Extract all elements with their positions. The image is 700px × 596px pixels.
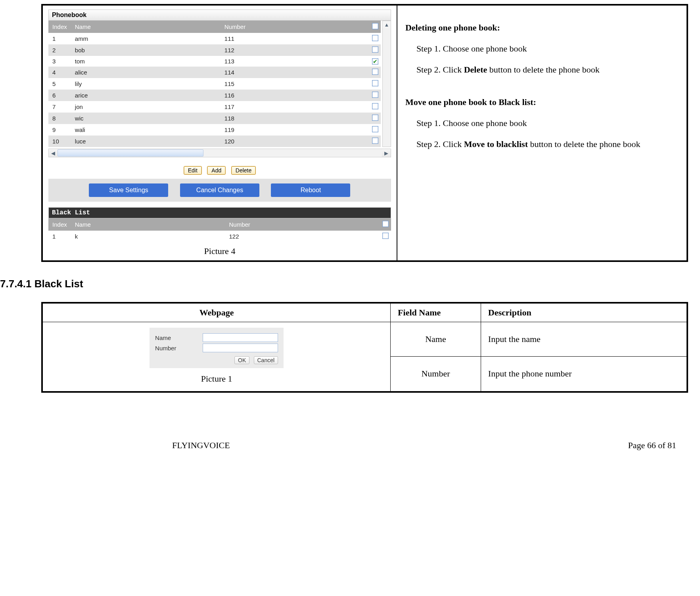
def-webpage-cell: Name Number OK Cancel Picture 1: [42, 322, 391, 392]
table-row: 6 arice 116: [48, 90, 381, 101]
delete-step1: Step 1. Choose one phone book: [405, 38, 679, 59]
checkbox-icon[interactable]: [372, 58, 378, 65]
table-row: 10 luce 120: [48, 136, 381, 147]
reboot-button[interactable]: Reboot: [271, 183, 350, 197]
page-footer: FLYINGVOICE Page 66 of 81: [0, 440, 688, 451]
checkbox-icon[interactable]: [382, 233, 389, 239]
table-row: 2 bob 112: [48, 44, 381, 56]
scroll-thumb[interactable]: [58, 149, 203, 157]
phonebook-th-check: [367, 21, 381, 33]
form-name-input[interactable]: [203, 333, 278, 342]
blacklist-definition-table: Webpage Field Name Description Name Numb…: [41, 302, 688, 393]
scroll-track[interactable]: [383, 29, 391, 147]
section-heading: 7.7.4.1 Black List: [0, 278, 688, 290]
scroll-up-icon[interactable]: ▲: [384, 21, 389, 29]
form-number-label: Number: [155, 345, 203, 351]
vertical-scrollbar[interactable]: ▲: [382, 21, 391, 147]
table-row: 7 jon 117: [48, 101, 381, 113]
edit-button[interactable]: Edit: [184, 166, 202, 175]
blacklist-table: Index Name Number 1 k 122: [48, 218, 391, 242]
phonebook-screenshot-cell: Phonebook Index Name Number 1: [42, 5, 397, 261]
phonebook-th-name: Name: [71, 21, 221, 33]
picture4-caption: Picture 4: [48, 246, 391, 256]
delete-step2: Step 2. Click Delete button to delete th…: [405, 59, 679, 80]
move-heading: Move one phone book to Black list:: [405, 97, 536, 107]
delete-button[interactable]: Delete: [231, 166, 256, 175]
phonebook-panel-title: Phonebook: [48, 10, 391, 21]
cancel-changes-button[interactable]: Cancel Changes: [180, 183, 259, 197]
checkbox-icon[interactable]: [372, 80, 378, 86]
scroll-left-icon[interactable]: ◀: [49, 150, 58, 156]
blacklist-panel-title: Black List: [48, 207, 391, 218]
checkbox-icon[interactable]: [372, 126, 378, 132]
form-name-label: Name: [155, 334, 203, 341]
add-button[interactable]: Add: [207, 166, 226, 175]
phonebook-th-index: Index: [48, 21, 71, 33]
def-field-name: Name: [391, 322, 481, 357]
blacklist-th-name: Name: [71, 218, 225, 231]
checkbox-icon[interactable]: [372, 23, 378, 29]
checkbox-icon[interactable]: [372, 69, 378, 75]
phonebook-edit-buttons: Edit Add Delete: [48, 157, 391, 179]
checkbox-icon[interactable]: [372, 92, 378, 98]
blacklist-form-box: Name Number OK Cancel: [150, 328, 284, 368]
def-th-description: Description: [481, 303, 687, 322]
checkbox-icon[interactable]: [372, 35, 378, 41]
action-bar: Save Settings Cancel Changes Reboot: [48, 179, 391, 202]
footer-brand: FLYINGVOICE: [172, 440, 230, 451]
table-row: 1 amm 111: [48, 33, 381, 44]
table-row: 1 k 122: [48, 231, 391, 242]
blacklist-th-check: [378, 218, 391, 231]
def-th-fieldname: Field Name: [391, 303, 481, 322]
scroll-track[interactable]: [58, 149, 382, 157]
def-description: Input the phone number: [481, 356, 687, 392]
picture1-caption: Picture 1: [47, 374, 386, 384]
save-settings-button[interactable]: Save Settings: [89, 183, 168, 197]
table-row: 4 alice 114: [48, 67, 381, 78]
table-row: 8 wic 118: [48, 113, 381, 124]
move-step2: Step 2. Click Move to blacklist button t…: [405, 134, 679, 155]
checkbox-icon[interactable]: [372, 138, 378, 144]
horizontal-scrollbar[interactable]: ◀ ▶: [48, 149, 391, 157]
blacklist-th-index: Index: [48, 218, 71, 231]
checkbox-icon[interactable]: [372, 115, 378, 121]
blacklist-th-number: Number: [225, 218, 377, 231]
table-row: 5 lily 115: [48, 78, 381, 90]
scroll-right-icon[interactable]: ▶: [382, 150, 391, 156]
def-th-webpage: Webpage: [42, 303, 391, 322]
form-number-input[interactable]: [203, 344, 278, 352]
cancel-button[interactable]: Cancel: [254, 356, 278, 364]
instructions-cell: Deleting one phone book: Step 1. Choose …: [397, 5, 687, 261]
ok-button[interactable]: OK: [234, 356, 249, 364]
checkbox-icon[interactable]: [372, 103, 378, 109]
phonebook-th-number: Number: [221, 21, 367, 33]
checkbox-icon[interactable]: [382, 221, 389, 227]
table-row: 3 tom 113: [48, 56, 381, 67]
move-step1: Step 1. Choose one phone book: [405, 113, 679, 134]
table-row: 9 wali 119: [48, 124, 381, 136]
delete-heading: Deleting one phone book:: [405, 23, 500, 32]
def-description: Input the name: [481, 322, 687, 357]
def-field-name: Number: [391, 356, 481, 392]
footer-page: Page 66 of 81: [628, 440, 676, 451]
phonebook-instruction-table: Phonebook Index Name Number 1: [41, 4, 688, 262]
checkbox-icon[interactable]: [372, 46, 378, 53]
phonebook-table: Index Name Number 1 amm 111: [48, 21, 381, 147]
